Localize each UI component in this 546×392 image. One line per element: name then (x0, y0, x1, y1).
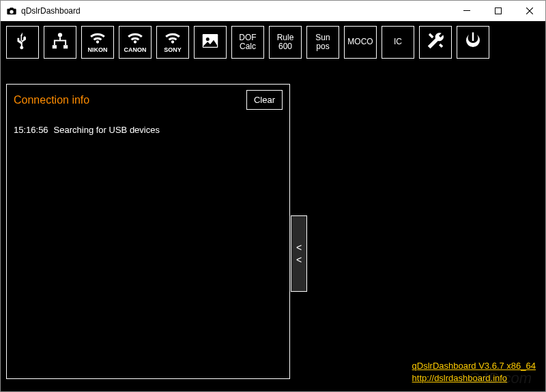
sun-pos-button[interactable]: Sun pos (306, 26, 339, 59)
svg-point-6 (206, 37, 210, 41)
image-viewer-button[interactable] (194, 26, 227, 59)
wifi-nikon-button[interactable]: NIKON (81, 26, 114, 59)
ic-label: IC (394, 37, 402, 46)
nikon-label: NIKON (88, 47, 108, 54)
site-link[interactable]: http://dslrdashboard.info (412, 372, 536, 385)
log-time: 15:16:56 (14, 125, 48, 135)
chevron-left-icon: < (296, 242, 302, 253)
sunpos-line2: pos (316, 42, 329, 51)
dof-calc-button[interactable]: DOF Calc (231, 26, 264, 59)
collapse-handle[interactable]: < < (291, 215, 307, 292)
log-entry: 15:16:56Searching for USB devices (14, 125, 283, 135)
rule600-line2: 600 (278, 42, 292, 51)
image-icon (200, 31, 220, 53)
moco-label: MOCO (347, 37, 373, 46)
close-button[interactable] (514, 1, 545, 21)
usb-button[interactable] (6, 26, 39, 59)
wifi-canon-button[interactable]: CANON (119, 26, 152, 59)
canon-label: CANON (124, 47, 147, 54)
svg-rect-0 (463, 10, 470, 11)
svg-point-2 (58, 33, 62, 37)
svg-rect-3 (53, 46, 57, 49)
usb-icon (12, 31, 33, 53)
power-icon (463, 31, 483, 53)
moco-button[interactable]: MOCO (344, 26, 377, 59)
sony-label: SONY (164, 47, 182, 54)
clear-button[interactable]: Clear (246, 90, 283, 110)
titlebar: qDslrDashboard (1, 1, 545, 21)
tools-icon (425, 31, 446, 53)
log-message: Searching for USB devices (54, 125, 160, 135)
wifi-icon (164, 31, 182, 46)
footer-links: qDslrDashboard V3.6.7 x86_64 http://dslr… (412, 360, 536, 385)
version-link[interactable]: qDslrDashboard V3.6.7 x86_64 (412, 360, 536, 372)
window-title: qDslrDashboard (21, 6, 81, 16)
wifi-icon (89, 31, 106, 46)
panel-title: Connection info (14, 94, 89, 106)
dof-calc-line2: Calc (240, 42, 256, 51)
svg-rect-1 (495, 8, 502, 14)
power-button[interactable] (457, 26, 489, 59)
settings-button[interactable] (419, 26, 452, 59)
ic-button[interactable]: IC (382, 26, 414, 59)
chevron-left-icon: < (296, 254, 302, 265)
toolbar: NIKON CANON SONY DOF (1, 21, 545, 61)
maximize-button[interactable] (483, 1, 514, 21)
wifi-sony-button[interactable]: SONY (156, 26, 189, 59)
network-button[interactable] (44, 26, 76, 59)
connection-info-panel: Connection info Clear 15:16:56Searching … (6, 84, 290, 379)
network-icon (50, 31, 70, 53)
minimize-button[interactable] (451, 1, 483, 21)
svg-rect-4 (63, 46, 68, 49)
rule-600-button[interactable]: Rule 600 (269, 26, 302, 59)
wifi-icon (126, 31, 144, 46)
app-icon (6, 5, 17, 16)
